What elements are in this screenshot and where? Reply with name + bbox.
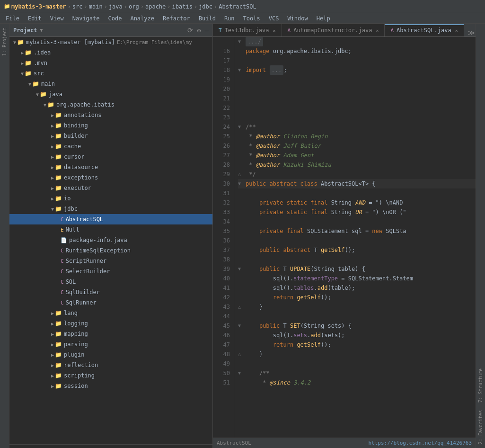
tree-item-logging[interactable]: ▶ 📁 logging — [9, 318, 212, 329]
tree-item-selectbuilder[interactable]: C SelectBuilder — [9, 266, 212, 277]
tree-item-plugin[interactable]: ▶ 📁 plugin — [9, 349, 212, 360]
code-line-27: * @author Adam Gent — [238, 151, 476, 160]
tree-item-datasource[interactable]: ▶ 📁 datasource — [9, 162, 212, 172]
menu-tools[interactable]: Tools — [239, 14, 264, 23]
folder-icon-mvn: 📁 — [25, 60, 32, 66]
menu-file[interactable]: File — [2, 14, 23, 23]
comment-27a: * — [246, 151, 256, 160]
tree-item-main[interactable]: ▼ 📁 main — [9, 79, 212, 89]
tree-item-sqlrunner[interactable]: C SqlRunner — [9, 297, 212, 308]
menu-help[interactable]: Help — [313, 14, 334, 23]
breadcrumb-part-main[interactable]: main — [89, 3, 103, 10]
tree-item-reflection[interactable]: ▶ 📁 reflection — [9, 360, 212, 370]
tree-item-java[interactable]: ▼ 📁 java — [9, 89, 212, 99]
tree-arrow-executor: ▶ — [51, 186, 54, 191]
tree-item-src[interactable]: ▼ 📁 src — [9, 68, 212, 79]
folder-icon-executor: 📁 — [55, 185, 62, 191]
menu-refactor[interactable]: Refactor — [159, 14, 194, 23]
kw-abstract-30: abstract — [270, 179, 300, 188]
menu-build[interactable]: Build — [195, 14, 220, 23]
menu-navigate[interactable]: Navigate — [69, 14, 104, 23]
tab-close-automap[interactable]: ✕ — [376, 28, 379, 33]
code-line-51: * @since 3.4.2 — [238, 378, 476, 387]
linenum-41: 41 — [213, 283, 230, 293]
breadcrumb-part-root[interactable]: mybatis-3-master — [11, 3, 66, 10]
tree-item-lang[interactable]: ▶ 📁 lang — [9, 308, 212, 318]
tree-item-cursor[interactable]: ▶ 📁 cursor — [9, 152, 212, 162]
linenum-17: 17 — [213, 56, 230, 65]
breadcrumb-part-apache[interactable]: apache — [145, 3, 166, 10]
menu-window[interactable]: Window — [283, 14, 311, 23]
sync-icon[interactable]: ⟳ — [187, 27, 193, 34]
tree-item-executor[interactable]: ▶ 📁 executor — [9, 183, 212, 193]
menu-view[interactable]: View — [46, 14, 68, 23]
tab-automap[interactable]: A AutomapConstructor.java ✕ — [282, 24, 385, 36]
tree-path-root: E:\Program Files\idea\my — [117, 39, 192, 45]
tree-item-jdbc[interactable]: ▼ 📁 jdbc — [9, 204, 212, 214]
tree-item-root[interactable]: ▼ 📁 mybatis-3-master [mybatis] E:\Progra… — [9, 37, 212, 47]
tree-horizontal-scrollbar[interactable] — [9, 444, 212, 448]
tab-close-abstractsql[interactable]: ✕ — [455, 28, 458, 33]
tree-item-io[interactable]: ▶ 📁 io — [9, 193, 212, 204]
menu-analyze[interactable]: Analyze — [126, 14, 158, 23]
settings-icon[interactable]: ⚙ — [197, 27, 201, 34]
tree-item-annotations[interactable]: ▶ 📁 annotations — [9, 110, 212, 120]
tree-arrow-mvn: ▶ — [21, 61, 24, 66]
tree-item-package-info[interactable]: 📄 package-info.java — [9, 235, 212, 245]
code-line-49 — [238, 359, 476, 368]
tree-arrow-main: ▼ — [28, 81, 31, 87]
tree-item-null[interactable]: E Null — [9, 224, 212, 235]
breadcrumb-part-java[interactable]: java — [109, 3, 123, 10]
project-panel: Project ▼ ⟳ ⚙ – ▼ 📁 mybatis-3-master [my… — [9, 24, 213, 448]
folder-icon-main: 📁 — [32, 81, 39, 87]
breadcrumb-part-jdbc[interactable]: jdbc — [199, 3, 212, 10]
tree-arrow-datasource: ▶ — [51, 165, 54, 170]
tree-arrow-plugin: ▶ — [51, 352, 54, 358]
tree-item-scripting[interactable]: ▶ 📁 scripting — [9, 370, 212, 381]
tree-item-runtimesqlexception[interactable]: C RuntimeSqlException — [9, 245, 212, 256]
tree-item-scriptrunner[interactable]: C ScriptRunner — [9, 256, 212, 266]
tree-item-mapping[interactable]: ▶ 📁 mapping — [9, 329, 212, 339]
code-line-29: △ */ — [238, 170, 476, 179]
menu-edit[interactable]: Edit — [24, 14, 45, 23]
menu-run[interactable]: Run — [220, 14, 238, 23]
tree-item-sql[interactable]: C SQL — [9, 277, 212, 287]
tree-item-mvn[interactable]: ▶ 📁 .mvn — [9, 58, 212, 68]
menu-vcs[interactable]: VCS — [265, 14, 283, 23]
project-stripe-label[interactable]: 1: Project — [2, 24, 7, 60]
folder-icon-idea: 📁 — [25, 49, 32, 56]
tree-item-cache[interactable]: ▶ 📁 cache — [9, 141, 212, 152]
tree-item-parsing[interactable]: ▶ 📁 parsing — [9, 339, 212, 349]
tab-close-testjdbc[interactable]: ✕ — [273, 28, 276, 33]
semi-47: (); — [321, 340, 331, 349]
tree-item-binding[interactable]: ▶ 📁 binding — [9, 120, 212, 131]
breadcrumb-part-src[interactable]: src — [72, 3, 83, 10]
tree-label-package-info: package-info.java — [69, 237, 127, 243]
project-dropdown-arrow[interactable]: ▼ — [40, 27, 43, 33]
tab-testjdbc[interactable]: T TestJdbc.java ✕ — [213, 24, 282, 36]
favorites-stripe-label[interactable]: 2: Favorites — [478, 406, 483, 448]
minimize-icon[interactable]: – — [205, 27, 209, 34]
tree-item-session[interactable]: ▶ 📁 session — [9, 381, 212, 391]
tree-item-abstractsql[interactable]: C AbstractSQL — [9, 214, 212, 224]
arg-41: (table); — [327, 283, 355, 293]
fold-icon-top[interactable]: ▼ — [238, 37, 246, 46]
tree-arrow-cursor: ▶ — [51, 154, 54, 160]
tab-abstractsql[interactable]: A AbstractSQL.java ✕ — [385, 24, 464, 36]
breadcrumb-part-org[interactable]: org — [129, 3, 139, 10]
breadcrumb-part-ibatis[interactable]: ibatis — [172, 3, 193, 10]
structure-stripe-label[interactable]: 7: Structure — [478, 365, 483, 406]
tree-item-sqlbuilder[interactable]: C SqlBuilder — [9, 287, 212, 297]
annotation-author-26: @author — [256, 141, 280, 151]
comment-29: */ — [246, 170, 256, 179]
tree-item-idea[interactable]: ▶ 📁 .idea — [9, 47, 212, 58]
classname-30: AbstractSQL<T> { — [321, 179, 376, 188]
menu-code[interactable]: Code — [105, 14, 126, 23]
tree-item-builder[interactable]: ▶ 📁 builder — [9, 131, 212, 141]
tab-overflow-icon[interactable]: ≫ — [468, 29, 475, 36]
folder-icon-cache: 📁 — [55, 143, 62, 150]
tree-item-org[interactable]: ▼ 📁 org.apache.ibatis — [9, 99, 212, 110]
tree-item-exceptions[interactable]: ▶ 📁 exceptions — [9, 172, 212, 183]
linenum-38: 38 — [213, 255, 230, 264]
code-content[interactable]: ▼ .../ package org.apache.ibatis.jdbc; ▼… — [234, 37, 476, 438]
